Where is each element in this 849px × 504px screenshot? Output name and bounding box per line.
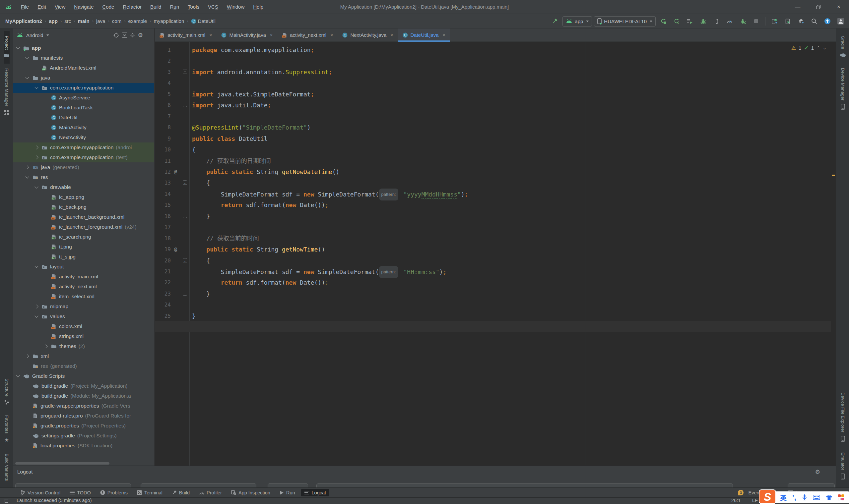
tree-row[interactable]: ic_app.png bbox=[13, 192, 154, 202]
fold-marker-icon[interactable]: − bbox=[183, 70, 187, 74]
close-icon[interactable]: × bbox=[443, 33, 445, 38]
chevron-collapsed-icon[interactable] bbox=[34, 305, 38, 308]
tree-row[interactable]: ic_back.png bbox=[13, 202, 154, 212]
stripe-item-device-manager[interactable]: Device Manager bbox=[841, 63, 845, 116]
next-issue-icon[interactable]: ⌄ bbox=[823, 46, 827, 50]
annotation-gutter-icon[interactable]: @ bbox=[174, 244, 177, 255]
menu-navigate[interactable]: Navigate bbox=[70, 4, 98, 10]
menu-refactor[interactable]: Refactor bbox=[118, 4, 146, 10]
tree-row[interactable]: java bbox=[13, 73, 154, 83]
tree-row[interactable]: java(generated) bbox=[13, 162, 154, 172]
chevron-collapsed-icon[interactable] bbox=[34, 156, 38, 159]
menu-build[interactable]: Build bbox=[146, 4, 166, 10]
tree-row[interactable]: themes(2) bbox=[13, 341, 154, 351]
chevron-expanded-icon[interactable] bbox=[16, 374, 20, 377]
menu-window[interactable]: Window bbox=[223, 4, 249, 10]
locate-file-icon[interactable] bbox=[114, 33, 119, 38]
tree-row[interactable]: CBookLoadTask bbox=[13, 103, 154, 113]
profile-app-button[interactable] bbox=[737, 16, 748, 27]
toolwindow-button-build[interactable]: Build bbox=[169, 489, 193, 497]
hide-panel-icon[interactable]: — bbox=[146, 33, 151, 38]
window-restore-button[interactable] bbox=[808, 0, 829, 14]
tree-row[interactable]: MFAndroidManifest.xml bbox=[13, 63, 154, 73]
menu-view[interactable]: View bbox=[50, 4, 70, 10]
toolwindow-button-logcat[interactable]: Logcat bbox=[301, 489, 330, 497]
tree-row[interactable]: proguard-rules.pro(ProGuard Rules for bbox=[13, 411, 154, 421]
toolwindow-button-version-control[interactable]: Version Control bbox=[17, 489, 64, 497]
tree-row[interactable]: gradle-wrapper.properties(Gradle Vers bbox=[13, 401, 154, 411]
tree-row[interactable]: res bbox=[13, 172, 154, 182]
stop-button[interactable] bbox=[750, 16, 762, 27]
breadcrumb-item-MyApplication2[interactable]: MyApplication2 bbox=[5, 18, 42, 24]
tree-row[interactable]: values bbox=[13, 311, 154, 321]
project-view-selector[interactable]: Android bbox=[26, 33, 44, 38]
breadcrumb-item-java[interactable]: java bbox=[96, 18, 105, 24]
apply-changes-button[interactable]: A bbox=[671, 16, 682, 27]
line-ending-indicator[interactable]: LF bbox=[752, 498, 758, 503]
chevron-expanded-icon[interactable] bbox=[25, 175, 29, 178]
menu-help[interactable]: Help bbox=[249, 4, 267, 10]
menu-run[interactable]: Run bbox=[166, 4, 184, 10]
debug-button[interactable] bbox=[697, 16, 709, 27]
chevron-expanded-icon[interactable] bbox=[34, 184, 38, 188]
stripe-item-emulator[interactable]: Emulator bbox=[841, 448, 845, 485]
tab-DateUtil.java[interactable]: CDateUtil.java× bbox=[398, 29, 450, 41]
toolwindow-button-profiler[interactable]: Profiler bbox=[196, 489, 225, 497]
menu-vcs[interactable]: VCS bbox=[204, 4, 223, 10]
attach-debugger-button[interactable] bbox=[711, 16, 722, 27]
tree-row[interactable]: local.properties(SDK Location) bbox=[13, 441, 154, 451]
window-minimize-button[interactable]: — bbox=[787, 0, 808, 14]
tree-row[interactable]: layout bbox=[13, 262, 154, 272]
chevron-expanded-icon[interactable] bbox=[34, 264, 38, 268]
caret-position[interactable]: 26:1 bbox=[731, 498, 741, 503]
chevron-collapsed-icon[interactable] bbox=[34, 145, 38, 149]
chevron-collapsed-icon[interactable] bbox=[44, 344, 48, 348]
menu-code[interactable]: Code bbox=[98, 4, 119, 10]
tree-row[interactable]: com.example.myapplication(androi bbox=[13, 143, 154, 152]
fold-marker-icon[interactable] bbox=[183, 103, 187, 107]
device-manager-button[interactable] bbox=[769, 16, 780, 27]
tree-row[interactable]: com.example.myapplication(test) bbox=[13, 152, 154, 162]
toolwindow-button-terminal[interactable]: Terminal bbox=[134, 489, 166, 497]
skin-shirt-icon[interactable] bbox=[826, 495, 832, 500]
breadcrumb-item-src[interactable]: src bbox=[64, 18, 71, 24]
tree-row[interactable]: mipmap bbox=[13, 302, 154, 311]
tree-row[interactable]: ic_search.png bbox=[13, 232, 154, 242]
ime-toolbox-grid-icon[interactable] bbox=[838, 494, 844, 500]
tree-row[interactable]: build.gradle(Project: My_Application) bbox=[13, 381, 154, 391]
annotation-gutter-icon[interactable]: @ bbox=[174, 166, 177, 178]
menu-tools[interactable]: Tools bbox=[184, 4, 204, 10]
chevron-expanded-icon[interactable] bbox=[25, 75, 29, 79]
chevron-expanded-icon[interactable] bbox=[34, 85, 38, 89]
chevron-expanded-icon[interactable] bbox=[16, 46, 20, 49]
chevron-expanded-icon[interactable] bbox=[25, 55, 29, 59]
stripe-item-resource-manager[interactable]: Resource Manager bbox=[4, 64, 9, 121]
fold-marker-icon[interactable] bbox=[183, 214, 187, 218]
breadcrumb-item-example[interactable]: example bbox=[128, 18, 147, 24]
profiler-button[interactable] bbox=[724, 16, 735, 27]
error-stripe-scrollbar[interactable] bbox=[831, 42, 836, 466]
tab-activity_next.xml[interactable]: <>activity_next.xml× bbox=[277, 29, 337, 41]
tree-row[interactable]: build.gradle(Module: My_Application.a bbox=[13, 391, 154, 401]
menu-file[interactable]: File bbox=[17, 4, 33, 10]
tree-row[interactable]: <>item_select.xml bbox=[13, 292, 154, 302]
tree-row[interactable]: CNextActivity bbox=[13, 132, 154, 143]
update-button[interactable] bbox=[822, 16, 833, 27]
fold-marker-icon[interactable]: ⌄ bbox=[183, 258, 187, 263]
stripe-item-gradle[interactable]: Gradle bbox=[840, 31, 846, 63]
tree-row[interactable]: <>activity_next.xml bbox=[13, 282, 154, 292]
device-mirror-button[interactable] bbox=[782, 16, 793, 27]
horizontal-scrollbar[interactable] bbox=[15, 462, 109, 465]
settings-gear-icon[interactable]: ⚙ bbox=[138, 32, 143, 38]
chevron-expanded-icon[interactable] bbox=[34, 314, 38, 318]
tree-row[interactable]: <>strings.xml bbox=[13, 331, 154, 341]
breadcrumb-item-DateUtil[interactable]: CDateUtil bbox=[191, 18, 215, 24]
breadcrumb-item-myapplication[interactable]: myapplication bbox=[154, 18, 185, 24]
tab-MainActivity.java[interactable]: CMainActivity.java× bbox=[216, 29, 277, 41]
toolwindow-button-app-inspection[interactable]: App Inspection bbox=[228, 489, 274, 497]
profile-avatar-button[interactable] bbox=[835, 16, 846, 27]
logcat-filter-control[interactable] bbox=[141, 484, 256, 487]
menu-edit[interactable]: Edit bbox=[33, 4, 50, 10]
tree-row[interactable]: tt.png bbox=[13, 242, 154, 252]
make-project-button[interactable] bbox=[549, 16, 560, 27]
